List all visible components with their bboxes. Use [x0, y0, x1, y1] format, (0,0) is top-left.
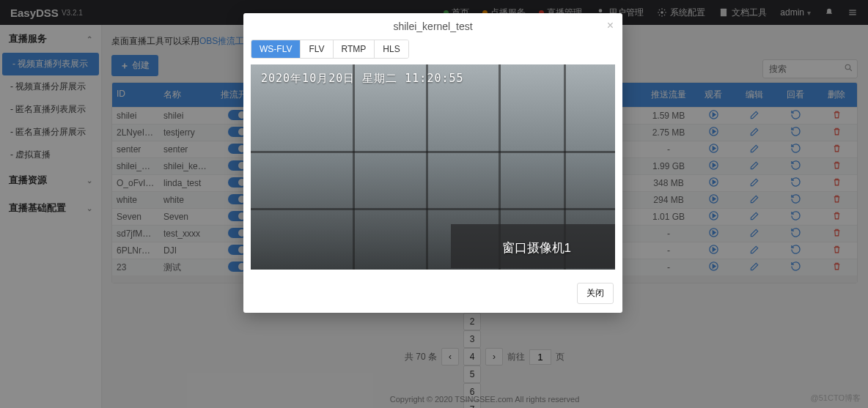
tab-flv[interactable]: FLV: [301, 40, 333, 58]
video-timestamp: 2020年10月20日 星期二 11:20:55: [261, 72, 464, 86]
tab-rtmp[interactable]: RTMP: [334, 40, 375, 58]
tab-hls[interactable]: HLS: [375, 40, 408, 58]
video-modal: shilei_kernel_test × WS-FLV FLV RTMP HLS…: [243, 13, 622, 313]
protocol-tabs: WS-FLV FLV RTMP HLS: [251, 40, 409, 59]
tab-wsflv[interactable]: WS-FLV: [251, 40, 301, 58]
modal-title: shilei_kernel_test: [393, 21, 472, 32]
camera-label: 窗口摄像机1: [502, 240, 571, 256]
video-player[interactable]: 2020年10月20日 星期二 11:20:55 窗口摄像机1: [251, 64, 615, 270]
close-icon[interactable]: ×: [607, 19, 614, 32]
close-button[interactable]: 关闭: [577, 283, 614, 304]
